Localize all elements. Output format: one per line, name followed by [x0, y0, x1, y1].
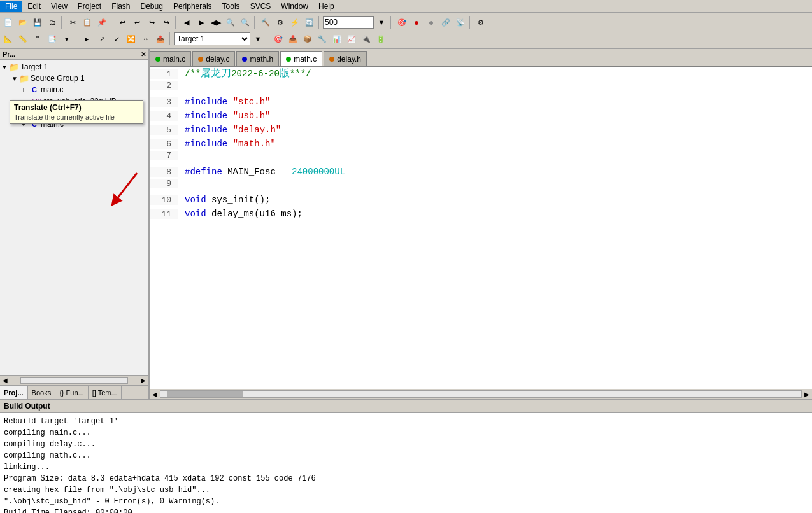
tooltip-description: Translate the currently active file	[14, 113, 139, 121]
build3-button[interactable]: ⚡	[288, 15, 302, 29]
scroll-left-btn[interactable]: ◀	[0, 377, 10, 384]
build4-button[interactable]: 🔄	[303, 15, 317, 29]
t2-12[interactable]: 🎯	[271, 32, 285, 46]
hscroll-thumb[interactable]	[167, 391, 243, 397]
code-line-6: 6 #include "math.h"	[150, 137, 812, 151]
target-dropdown[interactable]: Target 1	[174, 32, 250, 45]
t2-18[interactable]: 🔌	[359, 32, 373, 46]
menu-peripherals[interactable]: Peripherals	[168, 1, 217, 12]
t2-13[interactable]: 📥	[286, 32, 300, 46]
cut-button[interactable]: ✂	[66, 15, 80, 29]
menu-debug[interactable]: Debug	[136, 1, 168, 12]
tab-mathc[interactable]: math.c	[280, 51, 322, 66]
redo2-button[interactable]: ↪	[159, 15, 173, 29]
nav4-button[interactable]: 🔍	[224, 15, 238, 29]
hscroll-left[interactable]: ◀	[150, 391, 160, 398]
new-file-button[interactable]: 📄	[1, 15, 15, 29]
menu-help[interactable]: Help	[313, 1, 339, 12]
dbg3-button[interactable]: ●	[424, 15, 438, 29]
copy-button[interactable]: 📋	[80, 15, 94, 29]
save-button[interactable]: 💾	[31, 15, 45, 29]
build-button[interactable]: 🔨	[259, 15, 273, 29]
panel-header: Pr... ✕	[0, 49, 148, 60]
tree-item-group1[interactable]: ▼ 📁 Source Group 1	[1, 73, 147, 84]
menu-file[interactable]: File	[0, 1, 22, 12]
open-file-button[interactable]: 📂	[16, 15, 30, 29]
build-line-6: creating hex file from ".\obj\stc_usb_hi…	[4, 484, 808, 496]
settings-button[interactable]: ⚙	[474, 15, 488, 29]
t2-5[interactable]: ▾	[60, 32, 74, 46]
toolbar-area: 📄 📂 💾 🗂 ✂ 📋 📌 ↩ ↩ ↪ ↪ ◀ ▶ ◀▶ 🔍 🔍 🔨 ⚙ ⚡ 🔄…	[0, 13, 812, 49]
t2-7[interactable]: ↗	[95, 32, 109, 46]
dbg2-button[interactable]: ●	[410, 15, 424, 29]
panel-tab-tem[interactable]: [] Tem...	[89, 386, 122, 399]
t2-15[interactable]: 🔧	[315, 32, 329, 46]
tab-label-mathc: math.c	[294, 55, 317, 64]
line-num-11: 11	[150, 209, 178, 219]
build-line-5: Program Size: data=8.3 edata+hdata=415 x…	[4, 473, 808, 484]
undo2-button[interactable]: ↩	[130, 15, 144, 29]
code-editor[interactable]: 1 /**屠龙刀2022-6-20版***/ 2 3 #include "stc…	[150, 67, 812, 389]
tab-delayc[interactable]: delay.c	[192, 51, 235, 66]
t2-14[interactable]: 📦	[301, 32, 315, 46]
speed-dropdown[interactable]: ▼	[374, 15, 388, 29]
nav5-button[interactable]: 🔍	[238, 15, 252, 29]
expand-mainc[interactable]: +	[22, 87, 29, 94]
tree-item-mainc[interactable]: + C main.c	[1, 84, 147, 95]
nav2-button[interactable]: ▶	[194, 15, 208, 29]
scroll-track[interactable]	[20, 377, 128, 384]
t2-11[interactable]: 📤	[153, 32, 167, 46]
t2-3[interactable]: 🗒	[31, 32, 45, 46]
h-scrollbar[interactable]: ◀ ▶	[150, 389, 812, 399]
hscroll-track[interactable]	[160, 390, 802, 398]
menu-svcs[interactable]: SVCS	[245, 1, 276, 12]
paste-button[interactable]: 📌	[95, 15, 109, 29]
redo-button[interactable]: ↪	[145, 15, 159, 29]
t2-10[interactable]: ↔	[139, 32, 153, 46]
t2-16[interactable]: 📊	[330, 32, 344, 46]
target-dd-arrow[interactable]: ▼	[251, 32, 265, 46]
expand-target1[interactable]: ▼	[1, 64, 9, 71]
group-icon: 📁	[19, 73, 29, 83]
tooltip-title: Translate (Ctrl+F7)	[14, 103, 139, 112]
left-scrollbar[interactable]: ◀ ▶	[0, 375, 148, 385]
line-code-4: #include "usb.h"	[178, 109, 270, 123]
dbg1-button[interactable]: 🎯	[395, 15, 409, 29]
t2-17[interactable]: 📈	[345, 32, 359, 46]
t2-9[interactable]: 🔀	[124, 32, 138, 46]
dbg5-button[interactable]: 📡	[453, 15, 467, 29]
panel-tab-fun[interactable]: {} Fun...	[55, 386, 89, 399]
t2-8[interactable]: ↙	[110, 32, 124, 46]
menu-edit[interactable]: Edit	[22, 1, 46, 12]
panel-label: Pr...	[3, 50, 15, 58]
tab-mainc[interactable]: main.c	[150, 51, 191, 66]
line-num-4: 4	[150, 111, 178, 121]
code-line-11: 11 void delay_ms(u16 ms);	[150, 207, 812, 221]
panel-tab-books[interactable]: Books	[28, 386, 56, 399]
expand-group1[interactable]: ▼	[11, 75, 19, 82]
scroll-right-btn[interactable]: ▶	[138, 377, 148, 384]
t2-4[interactable]: 📑	[45, 32, 59, 46]
t2-1[interactable]: 📐	[1, 32, 15, 46]
t2-2[interactable]: 📏	[16, 32, 30, 46]
menu-window[interactable]: Window	[276, 1, 313, 12]
dbg4-button[interactable]: 🔗	[439, 15, 453, 29]
t2-6[interactable]: ▸	[80, 32, 94, 46]
undo-button[interactable]: ↩	[115, 15, 129, 29]
nav3-button[interactable]: ◀▶	[209, 15, 223, 29]
hscroll-right[interactable]: ▶	[802, 391, 812, 398]
tab-mathh[interactable]: math.h	[236, 51, 279, 66]
build2-button[interactable]: ⚙	[273, 15, 287, 29]
panel-tab-proj[interactable]: Proj...	[0, 386, 28, 399]
menu-flash[interactable]: Flash	[106, 1, 135, 12]
speed-input[interactable]	[323, 16, 374, 29]
panel-close-button[interactable]: ✕	[141, 51, 146, 58]
nav1-button[interactable]: ◀	[180, 15, 194, 29]
menu-view[interactable]: View	[46, 1, 73, 12]
save-all-button[interactable]: 🗂	[45, 15, 59, 29]
menu-project[interactable]: Project	[73, 1, 106, 12]
tab-delayh[interactable]: delay.h	[324, 51, 367, 66]
tree-item-target1[interactable]: ▼ 📁 Target 1	[1, 61, 147, 73]
t2-19[interactable]: 🔋	[374, 32, 388, 46]
menu-tools[interactable]: Tools	[217, 1, 245, 12]
